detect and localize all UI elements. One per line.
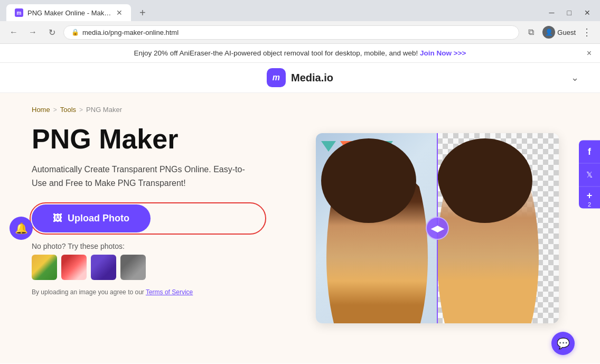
banner-link[interactable]: Join Now >>>: [420, 49, 466, 57]
tab-menu-button[interactable]: ⧉: [523, 25, 538, 40]
facebook-button[interactable]: f: [579, 140, 600, 163]
back-button[interactable]: ←: [6, 25, 21, 40]
browser-toolbar: ← → ↻ 🔒 media.io/png-maker-online.html ⧉…: [0, 21, 600, 43]
chat-button[interactable]: 💬: [551, 332, 575, 355]
terms-text: By uploading an image you agree to our T…: [32, 288, 264, 296]
tab-close-btn[interactable]: ✕: [116, 8, 123, 17]
lock-icon: 🔒: [71, 29, 79, 36]
logo-area[interactable]: m Media.io: [267, 68, 333, 87]
divider-handle[interactable]: ◀▶: [426, 217, 449, 240]
address-text: media.io/png-maker-online.html: [82, 29, 179, 36]
active-tab[interactable]: m PNG Maker Online - Make JPG... ✕: [6, 4, 131, 21]
share-button[interactable]: + 2: [579, 186, 600, 208]
toolbar-right: ⧉ 👤 Guest ⋮: [523, 24, 594, 40]
preview-right-half: [437, 133, 559, 323]
logo-text: Media.io: [291, 72, 333, 84]
profile-button[interactable]: 👤 Guest: [542, 26, 576, 39]
upload-button-wrapper: 🖼 Upload Photo: [32, 204, 264, 232]
preview-left-half: [316, 133, 437, 323]
sample-thumb-4[interactable]: [120, 255, 146, 280]
profile-icon: 👤: [542, 26, 555, 39]
share-count: 2: [588, 201, 591, 207]
upload-icon: 🖼: [53, 213, 62, 224]
breadcrumb: Home > Tools > PNG Maker: [32, 106, 264, 114]
sample-thumb-1[interactable]: [32, 255, 57, 280]
page-description: Automatically Create Transparent PNGs On…: [32, 163, 254, 190]
page-title: PNG Maker: [32, 124, 264, 154]
page-wrapper: Enjoy 20% off AniEraser-the AI-powered o…: [0, 44, 600, 363]
preview-container: ◀▶: [316, 133, 559, 323]
breadcrumb-home[interactable]: Home: [32, 106, 50, 114]
social-sidebar: f 𝕏 + 2: [579, 140, 600, 208]
minimize-button[interactable]: ─: [546, 7, 558, 18]
reload-button[interactable]: ↻: [44, 25, 59, 40]
tab-favicon: m: [15, 8, 23, 17]
address-bar[interactable]: 🔒 media.io/png-maker-online.html: [63, 25, 519, 40]
forward-button[interactable]: →: [25, 25, 40, 40]
logo-icon: m: [267, 68, 286, 87]
breadcrumb-sep-2: >: [79, 106, 83, 114]
notification-bell-button[interactable]: 🔔: [10, 217, 33, 240]
sample-photos-label: No photo? Try these photos:: [32, 242, 264, 250]
bell-icon: 🔔: [15, 222, 28, 235]
site-header: m Media.io ⌄: [0, 63, 600, 93]
terms-link[interactable]: Terms of Service: [146, 288, 193, 296]
breadcrumb-current: PNG Maker: [86, 106, 122, 114]
header-expand-icon[interactable]: ⌄: [571, 72, 579, 83]
upload-photo-button[interactable]: 🖼 Upload Photo: [32, 204, 151, 232]
terms-prefix: By uploading an image you agree to our: [32, 288, 144, 296]
browser-menu-button[interactable]: ⋮: [580, 24, 594, 40]
facebook-icon: f: [588, 146, 591, 157]
tab-title: PNG Maker Online - Make JPG...: [27, 9, 112, 17]
close-button[interactable]: ✕: [581, 7, 594, 18]
window-controls: ─ □ ✕: [546, 7, 594, 18]
chat-icon: 💬: [557, 337, 570, 350]
breadcrumb-tools[interactable]: Tools: [60, 106, 76, 114]
left-column: Home > Tools > PNG Maker PNG Maker Autom…: [0, 93, 285, 363]
browser-titlebar: m PNG Maker Online - Make JPG... ✕ + ─ □…: [0, 0, 600, 21]
share-icon: +: [587, 190, 593, 201]
arrows-icon: ◀▶: [431, 223, 444, 234]
sample-thumbnails: [32, 255, 264, 280]
maximize-button[interactable]: □: [564, 7, 575, 18]
twitter-button[interactable]: 𝕏: [579, 163, 600, 186]
twitter-icon: 𝕏: [586, 170, 593, 180]
right-column: ◀▶: [285, 93, 600, 363]
breadcrumb-sep-1: >: [53, 106, 57, 114]
banner-text: Enjoy 20% off AniEraser-the AI-powered o…: [134, 49, 418, 57]
sample-photos-section: No photo? Try these photos:: [32, 242, 264, 280]
profile-label: Guest: [557, 29, 576, 36]
main-content: 🔔 Home > Tools > PNG Maker PNG Maker Aut…: [0, 93, 600, 363]
sample-thumb-2[interactable]: [61, 255, 87, 280]
banner-close-button[interactable]: ×: [587, 49, 592, 58]
browser-frame: m PNG Maker Online - Make JPG... ✕ + ─ □…: [0, 0, 600, 44]
upload-button-label: Upload Photo: [68, 213, 129, 224]
announcement-banner: Enjoy 20% off AniEraser-the AI-powered o…: [0, 44, 600, 63]
sample-thumb-3[interactable]: [91, 255, 116, 280]
new-tab-button[interactable]: +: [135, 5, 150, 21]
